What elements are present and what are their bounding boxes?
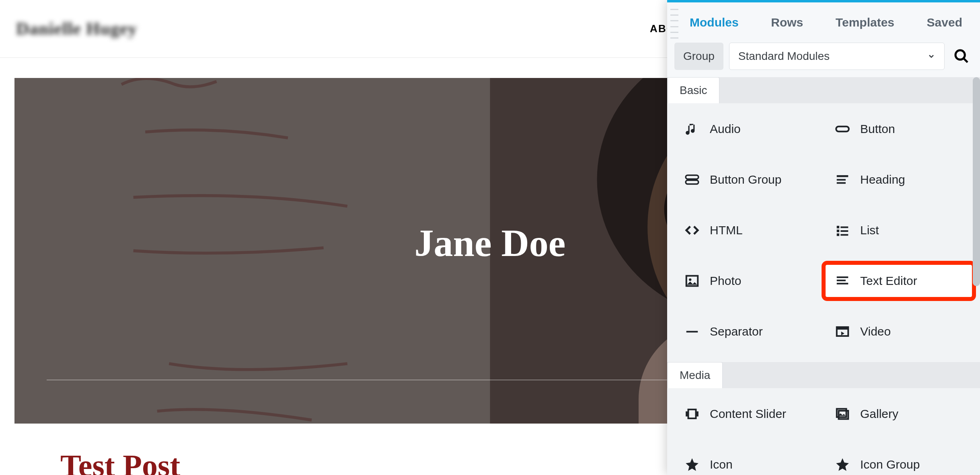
svg-rect-13 [686,180,699,184]
module-audio[interactable]: Audio [675,113,822,145]
star-icon [684,457,700,473]
content-slider-icon [684,406,700,422]
svg-rect-31 [688,409,696,418]
svg-rect-32 [686,412,688,417]
select-value: Standard Modules [738,50,830,63]
module-icon[interactable]: Icon [675,448,822,475]
panel-drag-handle[interactable] [670,6,678,41]
module-label: Content Slider [710,407,786,421]
group-button[interactable]: Group [674,43,723,70]
module-gallery[interactable]: Gallery [826,398,972,430]
site-logo[interactable]: Danielle Hugey [16,18,137,39]
svg-rect-19 [837,229,839,232]
svg-rect-17 [837,226,839,228]
module-content-slider[interactable]: Content Slider [675,398,822,430]
module-label: Audio [710,122,741,136]
html-icon [684,222,700,238]
module-label: Video [860,325,891,338]
panel-caret-icon [929,0,944,2]
scrollbar[interactable] [973,77,980,286]
module-button-group[interactable]: Button Group [675,164,822,196]
module-label: List [860,223,879,237]
list-icon [834,222,851,238]
svg-rect-14 [837,175,849,177]
filter-row: Group Standard Modules [667,43,980,77]
module-label: Button [860,122,895,136]
module-label: Icon [710,458,733,471]
module-label: Gallery [860,407,898,421]
module-grid-media: Content Slider Gallery Icon Icon Group M… [667,388,980,475]
svg-rect-25 [837,276,849,278]
tab-saved[interactable]: Saved [927,16,962,29]
panel-tabs: Modules Rows Templates Saved [667,2,980,43]
module-group-select[interactable]: Standard Modules [729,43,945,70]
chevron-down-icon [927,52,935,60]
panel-body: Basic Audio Button Button Group Heading [667,77,980,475]
svg-rect-26 [837,280,846,281]
svg-rect-33 [696,412,699,417]
svg-point-24 [689,278,691,281]
gallery-icon [834,406,851,422]
heading-icon [834,172,851,188]
tab-rows[interactable]: Rows [771,16,803,29]
button-group-icon [684,172,700,188]
module-html[interactable]: HTML [675,214,822,246]
svg-rect-27 [837,283,849,285]
module-label: Heading [860,173,905,186]
search-icon [953,48,970,64]
hero-title: Jane Doe [415,221,566,265]
module-list[interactable]: List [826,214,972,246]
star-icon [834,457,851,473]
module-text-editor[interactable]: Text Editor [826,265,972,297]
module-label: Icon Group [860,458,920,471]
svg-rect-11 [836,127,849,132]
svg-rect-21 [837,233,839,236]
module-grid-basic: Audio Button Button Group Heading HTML L [667,103,980,362]
svg-rect-22 [840,234,848,236]
svg-rect-18 [840,227,848,228]
module-separator[interactable]: Separator [675,315,822,348]
module-label: Button Group [710,173,781,186]
module-label: HTML [710,223,743,237]
section-header-media: Media [667,362,980,388]
button-icon [834,121,851,137]
video-icon [834,323,851,340]
svg-rect-28 [686,331,698,332]
separator-icon [684,323,700,340]
svg-rect-20 [840,230,848,232]
module-label: Separator [710,325,763,338]
section-tab-basic[interactable]: Basic [667,77,719,103]
audio-icon [684,121,700,137]
module-icon-group[interactable]: Icon Group [826,448,972,475]
module-label: Photo [710,274,741,288]
module-heading[interactable]: Heading [826,164,972,196]
svg-rect-12 [686,175,699,179]
svg-point-10 [955,50,965,59]
svg-rect-16 [837,182,846,184]
svg-rect-15 [837,179,846,180]
photo-icon [684,273,700,289]
text-editor-icon [834,273,851,289]
svg-rect-30 [837,327,849,330]
tab-templates[interactable]: Templates [836,16,894,29]
module-button[interactable]: Button [826,113,972,145]
search-button[interactable] [950,45,973,68]
builder-panel: Modules Rows Templates Saved Group Stand… [667,0,980,475]
module-photo[interactable]: Photo [675,265,822,297]
section-tab-media[interactable]: Media [667,362,723,388]
module-label: Text Editor [860,274,917,288]
module-video[interactable]: Video [826,315,972,348]
tab-modules[interactable]: Modules [690,16,739,29]
section-header-basic: Basic [667,77,980,103]
